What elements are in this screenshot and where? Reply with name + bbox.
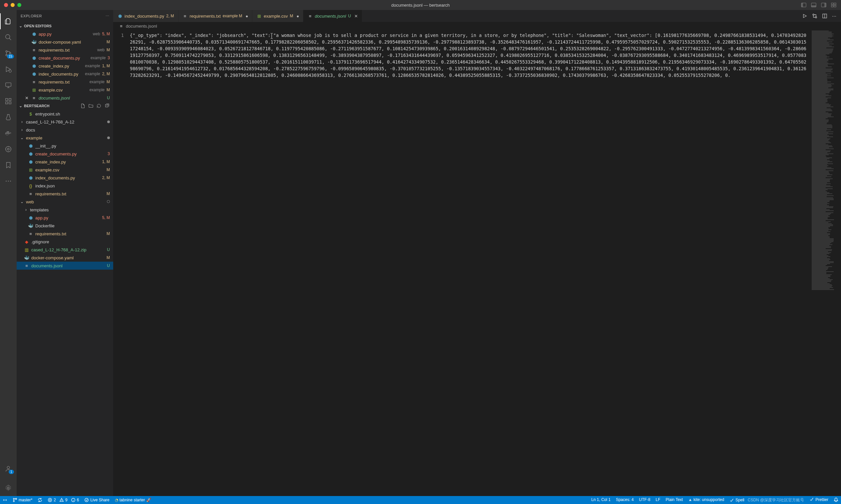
file-row[interactable]: 🐳docker-compose.yamlM xyxy=(17,254,113,262)
problems[interactable]: 2 9 6 xyxy=(45,498,82,502)
file-row[interactable]: ⬢index_documents.py2, M xyxy=(17,174,113,182)
run-icon[interactable] xyxy=(802,13,807,19)
file-status: 5, M xyxy=(102,215,110,220)
file-row[interactable]: ⬢app.py5, M xyxy=(17,214,113,222)
minimize-window[interactable] xyxy=(11,3,15,7)
sidebar-more-icon[interactable]: ⋯ xyxy=(106,14,109,18)
explorer-icon[interactable] xyxy=(0,13,17,29)
file-row[interactable]: ⬢create_documents.py3 xyxy=(17,150,113,158)
encoding[interactable]: UTF-8 xyxy=(636,497,653,502)
editor-tab[interactable]: ≡documents.jsonl U✕ xyxy=(303,10,362,22)
run-debug-icon[interactable] xyxy=(0,61,17,77)
close-icon[interactable]: ✕ xyxy=(24,95,29,101)
open-editor-item[interactable]: 🐳docker-compose.yamlM xyxy=(17,38,113,46)
file-row[interactable]: ⬢create_index.py1, M xyxy=(17,158,113,166)
open-editor-item[interactable]: ✕≡documents.jsonlU xyxy=(17,94,113,102)
cursor-position[interactable]: Ln 1, Col 1 xyxy=(589,497,613,502)
toggle-primary-sidebar-icon[interactable] xyxy=(801,2,806,8)
svg-point-25 xyxy=(6,146,11,152)
extensions-icon[interactable] xyxy=(0,93,17,109)
file-row[interactable]: 🐳Dockerfile xyxy=(17,222,113,230)
sync-icon[interactable] xyxy=(35,498,45,502)
minimap[interactable] xyxy=(811,30,841,496)
chevron-icon: › xyxy=(20,127,24,132)
maximize-window[interactable] xyxy=(17,3,21,7)
editor-tab[interactable]: ⊞example.csv M● xyxy=(252,10,303,22)
new-file-icon[interactable] xyxy=(80,104,85,108)
more-views-icon[interactable] xyxy=(0,173,17,189)
breadcrumb[interactable]: ≡ documents.jsonl xyxy=(113,22,841,30)
close-window[interactable] xyxy=(4,3,8,7)
file-icon: ⬢ xyxy=(28,160,33,164)
file-row[interactable]: ▥cased_L-12_H-768_A-12.zipU xyxy=(17,246,113,254)
file-row[interactable]: ⊞example.csvM xyxy=(17,166,113,174)
file-icon: ⬢ xyxy=(31,56,37,60)
file-row[interactable]: {}index.json xyxy=(17,182,113,190)
toggle-panel-icon[interactable] xyxy=(811,2,816,8)
file-row[interactable]: ≡requirements.txtM xyxy=(17,230,113,238)
remote-indicator[interactable] xyxy=(0,498,10,502)
file-icon: ⬢ xyxy=(31,32,37,37)
file-row[interactable]: $entrypoint.sh xyxy=(17,110,113,118)
folder-row[interactable]: ›templates xyxy=(17,206,113,214)
notifications-icon[interactable] xyxy=(831,497,841,502)
project-header[interactable]: ⌄ BERTSEARCH xyxy=(17,102,113,110)
gitlens-icon[interactable] xyxy=(0,141,17,157)
testing-icon[interactable] xyxy=(0,109,17,125)
open-editor-item[interactable]: ⬢index_documents.py example2, M xyxy=(17,70,113,78)
folder-row[interactable]: ⌄web xyxy=(17,198,113,206)
eol[interactable]: LF xyxy=(653,497,663,502)
file-row[interactable]: ≡documents.jsonlU xyxy=(17,262,113,270)
source-control-icon[interactable]: 15 xyxy=(0,45,17,61)
docker-icon[interactable] xyxy=(0,125,17,141)
scm-badge: 15 xyxy=(7,54,14,59)
dirty-dot-icon: ● xyxy=(297,14,299,19)
git-branch[interactable]: master* xyxy=(10,498,35,502)
prettier[interactable]: Prettier xyxy=(807,497,831,502)
folder-row[interactable]: ›cased_L-12_H-768_A-12 xyxy=(17,118,113,126)
file-row[interactable]: ⬢__init__.py xyxy=(17,142,113,150)
open-editor-item[interactable]: ⊞example.csv exampleM xyxy=(17,86,113,94)
file-row[interactable]: ◆.gitignore xyxy=(17,238,113,246)
toggle-secondary-sidebar-icon[interactable] xyxy=(821,2,826,8)
accounts-icon[interactable]: 1 xyxy=(0,461,17,477)
search-icon[interactable] xyxy=(0,29,17,45)
settings-gear-icon[interactable] xyxy=(0,480,17,496)
open-editor-item[interactable]: ≡requirements.txt webM xyxy=(17,46,113,54)
new-folder-icon[interactable] xyxy=(89,104,93,108)
customize-layout-icon[interactable] xyxy=(831,2,836,8)
file-icon: ⊞ xyxy=(28,167,33,173)
diff-icon[interactable] xyxy=(812,13,817,19)
close-icon[interactable]: ✕ xyxy=(354,14,358,19)
open-editor-item[interactable]: ⬢app.py web5, M xyxy=(17,30,113,38)
file-row[interactable]: ≡requirements.txtM xyxy=(17,190,113,198)
open-editors-header[interactable]: ⌄ OPEN EDITORS xyxy=(17,22,113,30)
language-mode[interactable]: Plain Text xyxy=(663,497,685,502)
file-name: documents.jsonl xyxy=(31,263,105,268)
refresh-icon[interactable] xyxy=(96,104,101,108)
folder-name: example xyxy=(26,136,105,141)
folder-row[interactable]: ⌄example xyxy=(17,134,113,142)
open-editor-item[interactable]: ⬢create_index.py example1, M xyxy=(17,62,113,70)
svg-point-26 xyxy=(7,148,9,150)
file-name: app.py xyxy=(35,215,100,220)
svg-point-31 xyxy=(7,487,9,489)
folder-name: docs xyxy=(26,127,110,132)
live-share[interactable]: Live Share xyxy=(82,498,112,502)
tabnine[interactable]: ◔ tabnine starter 🚀 xyxy=(112,498,154,502)
open-editor-item[interactable]: ⬢create_documents.py example3 xyxy=(17,54,113,62)
code-content[interactable]: {"_op_type": "index", "_index": "jobsear… xyxy=(130,30,811,496)
indentation[interactable]: Spaces: 4 xyxy=(613,497,636,502)
folder-row[interactable]: ›docs xyxy=(17,126,113,134)
kite-status[interactable]: ▲ kite: unsupported xyxy=(685,497,727,502)
remote-explorer-icon[interactable] xyxy=(0,77,17,93)
collapse-all-icon[interactable] xyxy=(105,104,109,108)
more-actions-icon[interactable]: ⋯ xyxy=(832,14,836,19)
editor-tab[interactable]: ⬢index_documents.py 2, M xyxy=(113,10,178,22)
bookmarks-icon[interactable] xyxy=(0,157,17,173)
svg-point-28 xyxy=(8,181,9,182)
editor-tab[interactable]: ≡requirements.txt example M● xyxy=(178,10,253,22)
spell-check[interactable]: SpellCSDN @深度学习社区官方账号 xyxy=(727,497,807,503)
split-editor-icon[interactable] xyxy=(822,13,827,19)
open-editor-item[interactable]: ≡requirements.txt exampleM xyxy=(17,78,113,86)
